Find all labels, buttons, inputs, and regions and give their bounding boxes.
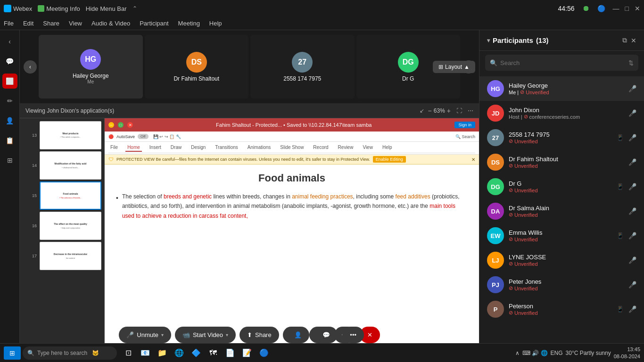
left-sidebar: ‹ 💬 ⬜ ✏ 👤 📋 ⊞ ⋮ [0,30,20,362]
webex-taskbar-icon[interactable]: 🔵 [256,346,272,361]
sidebar-notes-icon[interactable]: 📋 [2,133,17,148]
name-p: Peterson [509,303,612,310]
participant-peterson[interactable]: P Peterson ⊘ Unverified 📱 🎤 [479,297,644,321]
chat-sidebar-btn[interactable]: 💬 [315,327,338,343]
participant-dr-salma[interactable]: DA Dr Salma Alain ⊘ Unverified 🎤 [479,199,644,223]
share-btn[interactable]: ⬆ Share [239,327,279,343]
unmute-btn[interactable]: 🎤 Unmute ▾ [119,327,171,343]
zoom-in-btn[interactable]: + [447,107,451,115]
slide-13-container: 13 Meat products • This article compares… [32,121,101,149]
maps-icon[interactable]: 🗺 [206,346,221,361]
ppt-tab-help[interactable]: Help [380,144,394,152]
fit-icon[interactable]: ↙ [420,107,424,114]
ppt-maximize-btn[interactable]: □ [118,122,124,128]
ppt-minimize-btn[interactable]: ─ [108,122,114,128]
status-p: ⊘ Unverified [509,310,612,316]
pdf-icon[interactable]: 📄 [223,346,238,361]
sidebar-apps-icon[interactable]: ⊞ [2,153,17,168]
participant-emma-willis[interactable]: EW Emma Willis ⊘ Unverified 📱 🎤 [479,223,644,248]
menu-file[interactable]: File [4,20,14,27]
ppt-ribbon: File Home Insert Draw Design Transitions… [105,142,479,155]
collapse-icon[interactable]: ▾ [487,37,490,44]
participant-hailey-george[interactable]: HG Hailey George Me | ⊘ Unverified 🎤 [479,76,644,101]
ppt-tab-draw[interactable]: Draw [169,144,183,152]
enable-editing-btn[interactable]: Enable Editing [373,156,406,163]
menu-participant[interactable]: Participant [140,20,168,27]
unverified-label-lj: Unverified [514,261,538,267]
zoom-out-btn[interactable]: − [428,107,432,115]
lang-label: ENG [551,350,563,356]
fullscreen-icon[interactable]: ⛶ [456,107,462,114]
pres-more-icon[interactable]: ⋯ [468,107,473,114]
mail-icon[interactable]: 📧 [138,346,153,361]
start-video-btn[interactable]: 📹 Start Video ▾ [175,327,236,343]
ppt-tab-transitions[interactable]: Transitions [213,144,240,152]
hide-menu-btn[interactable]: Hide Menu Bar [86,5,127,12]
ppt-tab-insert[interactable]: Insert [148,144,163,152]
name-ew: Emma Willis [509,229,612,236]
participants-sidebar-btn[interactable]: 👤 [287,327,309,343]
close-btn[interactable]: ✕ [635,5,640,12]
ppt-tab-record[interactable]: Record [311,144,330,152]
participant-lyne-josse[interactable]: LJ LYNE JOSSE ⊘ Unverified 🎤 [479,248,644,272]
browser-icon[interactable]: 🌐 [172,346,187,361]
meeting-info-label[interactable]: Meeting Info [38,5,80,12]
grid-prev-btn[interactable]: ‹ [24,60,37,74]
slide-thumb-14[interactable]: Modification of the fatty acid • cholest… [40,151,101,180]
slide-thumb-15[interactable]: Food animals • The selection of breeds..… [40,181,101,210]
layout-label: Layout [445,64,462,70]
maximize-btn[interactable]: □ [625,5,629,12]
video-arrow: ▾ [226,332,228,337]
ppt-tab-file[interactable]: File [108,144,120,152]
ppt-tab-view[interactable]: View [361,144,375,152]
start-button[interactable]: ⊞ [4,346,21,360]
ppt-tab-animations[interactable]: Animations [246,144,272,152]
close-protected-bar-btn[interactable]: ✕ [471,157,475,162]
participant-2558[interactable]: 27 2558 174 7975 ⊘ Unverified 📱 🎤 [479,125,644,150]
unverified-icon-jd: ⊘ [524,114,528,120]
name-ds: Dr Fahim Shaltout [509,156,624,163]
minimize-btn[interactable]: — [613,5,619,12]
explorer-icon[interactable]: 📁 [155,346,170,361]
menu-edit[interactable]: Edit [23,20,33,27]
participant-dr-fahim[interactable]: DS Dr Fahim Shaltout ⊘ Unverified 🎤 [479,150,644,174]
more-sidebar-btn[interactable]: ••• [342,327,364,343]
avatar-jd: JD [487,105,504,122]
slide-thumb-16[interactable]: The effect on the meat quality • fatty a… [40,212,101,240]
layout-button[interactable]: ⊞ Layout ▲ [433,61,475,73]
participant-john-dixon[interactable]: JD John Dixon Host | ⊘ conferenceseries.… [479,101,644,125]
menu-audio-video[interactable]: Audio & Video [91,20,130,27]
close-participants-btn[interactable]: ✕ [631,36,636,44]
menu-view[interactable]: View [69,20,82,27]
ppt-tab-slideshow[interactable]: Slide Show [278,144,305,152]
ppt-tab-design[interactable]: Design [189,144,207,152]
ppt-close-btn[interactable]: ✕ [127,122,133,128]
sidebar-whiteboard-icon[interactable]: ✏ [2,93,17,108]
sidebar-chat-icon[interactable]: 💬 [2,54,17,69]
ppt-tab-review[interactable]: Review [336,144,355,152]
menu-share[interactable]: Share [43,20,59,27]
taskbar-search[interactable]: 🔍 Type here to search 🐱 [23,346,117,360]
ppt-tabs: File Home Insert Draw Design Transitions… [108,143,475,153]
sort-icon[interactable]: ⇅ [628,59,634,66]
search-input[interactable] [500,59,626,66]
taskview-btn[interactable]: ⊡ [121,346,136,361]
ppt-tab-home[interactable]: Home [125,144,142,152]
tray-chevron[interactable]: ∧ [515,350,520,356]
menu-help[interactable]: Help [209,20,222,27]
ppt-signin-btn[interactable]: Sign in [454,122,475,128]
pop-out-btn[interactable]: ⧉ [622,36,627,44]
sidebar-people-icon[interactable]: 👤 [2,113,17,128]
edge-icon[interactable]: 🔷 [189,346,204,361]
slide-thumb-17[interactable]: Decrease in the intramuscular fat conten… [40,242,101,270]
meeting-timer: 44:56 [558,5,574,12]
sidebar-share-icon[interactable]: ⬜ [2,74,17,89]
participant-dr-g[interactable]: DG Dr G ⊘ Unverified 📱 🎤 [479,174,644,199]
status-jd: Host | ⊘ conferenceseries.com [509,114,624,120]
slide-thumb-13[interactable]: Meat products • This article compares... [40,121,101,149]
sidebar-back-icon[interactable]: ‹ [2,34,17,49]
menu-meeting[interactable]: Meeting [178,20,200,27]
participant-peter-jones[interactable]: PJ Peter Jones ⊘ Unverified 🎤 [479,272,644,297]
ppt-search-box[interactable]: 🔍 Search [455,134,475,139]
word-icon[interactable]: 📝 [239,346,255,361]
